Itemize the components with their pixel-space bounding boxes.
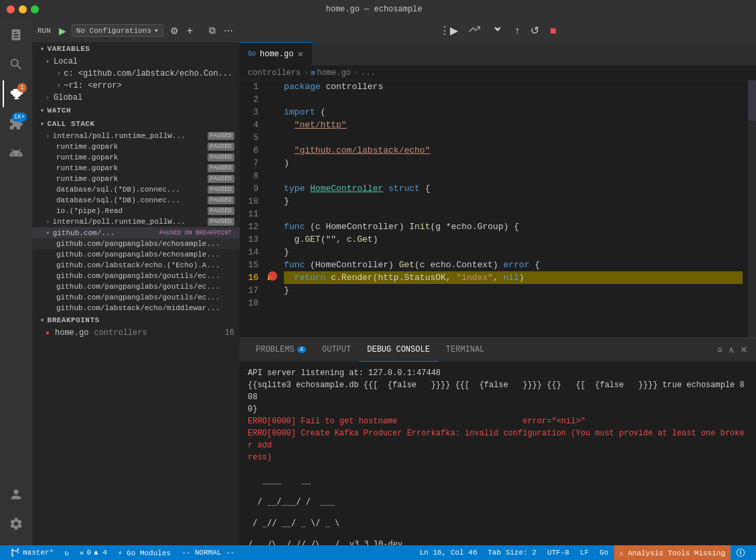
call-stack-item[interactable]: runtime.gopark PAUSED [32,141,240,152]
panel-tab-terminal[interactable]: TERMINAL [438,338,493,362]
panel-tab-debug-console[interactable]: DEBUG CONSOLE [359,338,438,362]
maximize-button[interactable] [31,5,39,13]
status-notifications[interactable] [731,545,751,560]
debug-split-button[interactable]: ⧉ [208,23,217,38]
call-stack-arrow: ▾ [40,120,45,128]
debug-play-button[interactable]: ▶ [59,25,66,36]
sidebar-item-extensions[interactable]: 1K+ [3,110,29,137]
call-stack-item[interactable]: › internal/poll.runtime_pollW... PAUSED [32,216,240,227]
continue-button[interactable]: ⋮▶ [435,21,462,40]
call-stack-github-item[interactable]: github.com/pangpanglabs/echosample... [32,249,240,260]
call-stack-github-item[interactable]: github.com/labstack/echo.(*Echo).A... [32,260,240,271]
call-stack-github-item[interactable]: github.com/labstack/echo/middlewar... [32,303,240,313]
global-group[interactable]: › Global [32,92,240,104]
breakpoints-arrow: ▾ [40,316,45,324]
window-title: home.go — echosample [325,5,422,14]
panel-maximize-button[interactable]: ∧ [728,344,735,355]
status-tab-size[interactable]: Tab Size: 2 [483,545,542,560]
watch-section-header[interactable]: ▾ WATCH [32,104,240,117]
code-content[interactable]: package controllers import ( "net/http" [279,80,748,338]
status-position[interactable]: Ln 16, Col 46 [414,545,483,560]
local-var-r1[interactable]: › ~r1: <error> [32,80,240,92]
step-over-button[interactable] [465,21,485,41]
status-language[interactable]: Go [594,545,613,560]
code-line-11 [284,208,743,220]
sidebar-item-explorer[interactable] [3,21,29,48]
status-vim-mode[interactable]: -- NORMAL -- [176,545,240,560]
call-stack-section-header[interactable]: ▾ CALL STACK [32,117,240,131]
code-line-3: import ( [284,106,743,119]
panel-close-button[interactable]: ✕ [740,344,748,355]
step-out-button[interactable]: ↑ [510,22,524,40]
sidebar-item-search[interactable] [3,51,29,78]
call-stack-item[interactable]: › internal/poll.runtime_pollW... PAUSED [32,131,240,141]
panel-tab-output[interactable]: OUTPUT [314,338,359,362]
panel-content[interactable]: API server listening at: 127.0.0.1:47448… [240,362,756,545]
call-stack-item[interactable]: database/sql.(*DB).connec... PAUSED [32,195,240,206]
debug-add-button[interactable]: + [185,23,194,38]
tab-label: home.go [260,50,293,59]
call-stack-github-item[interactable]: github.com/pangpanglabs/goutils/ec... [32,281,240,292]
tab-home-go[interactable]: Go home.go ✕ [240,42,312,66]
sidebar-item-remote[interactable] [3,139,29,166]
call-stack-github-group[interactable]: ▾ github.com/... PAUSED ON BREAKPOINT [32,227,240,238]
code-line-16: return c.Render(http.StatusOK, "index", … [284,271,743,284]
breakpoint-item[interactable]: ● home.go controllers 16 [32,327,240,339]
local-group[interactable]: ▾ Local [32,56,240,68]
titlebar: home.go — echosample [0,0,756,19]
breadcrumb-controllers[interactable]: controllers [248,68,301,78]
tab-close-button[interactable]: ✕ [297,48,303,60]
call-stack-item[interactable]: runtime.gopark PAUSED [32,152,240,163]
stop-button[interactable]: ■ [546,22,560,40]
call-stack-item[interactable]: database/sql.(*DB).connec... PAUSED [32,184,240,195]
code-line-7: ) [284,157,743,169]
editor-area: ⋮▶ ↑ ↺ ■ Go home.go ✕ controllers › ⊞ [240,19,756,545]
status-analysis-tools[interactable]: ⚠ Analysis Tools Missing [614,545,731,560]
code-line-6: "github.com/labstack/echo" [284,144,743,157]
status-line-ending[interactable]: LF [575,545,594,560]
debug-settings-button[interactable]: ⚙ [169,24,180,38]
code-line-8 [284,169,743,182]
debug-ellipsis-button[interactable]: ⋯ [222,24,234,38]
tab-icon: Go [248,50,256,58]
restart-button[interactable]: ↺ [526,21,543,40]
panel-actions: ≡ ∧ ✕ [717,344,748,355]
editor-debug-bar: ⋮▶ ↑ ↺ ■ [240,19,756,42]
sidebar-item-settings[interactable] [3,510,29,537]
code-line-1: package controllers [284,80,743,93]
minimize-button[interactable] [19,5,27,13]
status-encoding[interactable]: UTF-8 [542,545,575,560]
call-stack-item[interactable]: io.(*pipe).Read PAUSED [32,206,240,216]
code-line-15: func (HomeController) Get(c echo.Context… [284,259,743,271]
code-editor: 1 2 3 4 5 6 7 8 9 10 11 12 13 14 15 16 1 [240,80,756,338]
call-stack-item[interactable]: runtime.gopark PAUSED [32,173,240,184]
call-stack-github-item[interactable]: github.com/pangpanglabs/echosample... [32,238,240,249]
panel-tab-problems[interactable]: PROBLEMS 4 [248,338,314,362]
line-numbers: 1 2 3 4 5 6 7 8 9 10 11 12 13 14 15 16 1 [240,80,267,338]
call-stack-github-item[interactable]: github.com/pangpanglabs/goutils/ec... [32,292,240,303]
status-go-modules[interactable]: ⚡ Go Modules [112,545,176,560]
debug-config-dropdown[interactable]: No Configurations ▾ [72,24,163,37]
close-button[interactable] [7,5,15,13]
console-error-line: ERRO[0000] Fail to get hostname error="<… [248,415,748,427]
status-errors[interactable]: ✕ 0 ▲ 4 [74,545,112,560]
breakpoint-icon: ● [46,330,50,337]
breakpoints-section-header[interactable]: ▾ BREAKPOINTS [32,313,240,327]
window-controls[interactable] [7,5,39,13]
breadcrumb-more[interactable]: ... [361,68,376,78]
call-stack-github-item[interactable]: github.com/pangpanglabs/goutils/ec... [32,271,240,281]
code-line-13: g.GET("", c.Get) [284,233,743,246]
local-var-c[interactable]: › c: <github.com/labstack/echo.Con... [32,68,240,80]
variables-section-header[interactable]: ▾ VARIABLES [32,42,240,56]
status-branch[interactable]: master* [5,545,59,560]
status-sync[interactable]: ↻ [59,545,74,560]
sidebar-item-debug[interactable]: 1 [3,80,29,107]
debug-gutter: ▶ [267,80,279,338]
debug-badge: 1 [17,83,27,92]
panel-filter-button[interactable]: ≡ [717,344,723,355]
activity-bar: 1 1K+ [0,19,32,545]
step-into-button[interactable] [487,21,508,41]
sidebar-item-accounts[interactable] [3,481,29,508]
breadcrumb-filename[interactable]: home.go [317,68,350,78]
call-stack-item[interactable]: runtime.gopark PAUSED [32,163,240,173]
